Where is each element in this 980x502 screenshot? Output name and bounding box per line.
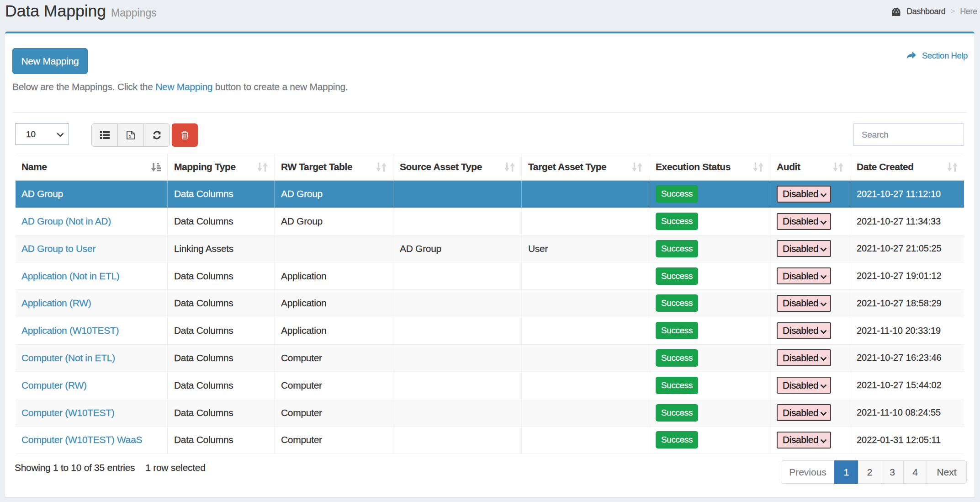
svg-text:x: x	[129, 133, 132, 139]
